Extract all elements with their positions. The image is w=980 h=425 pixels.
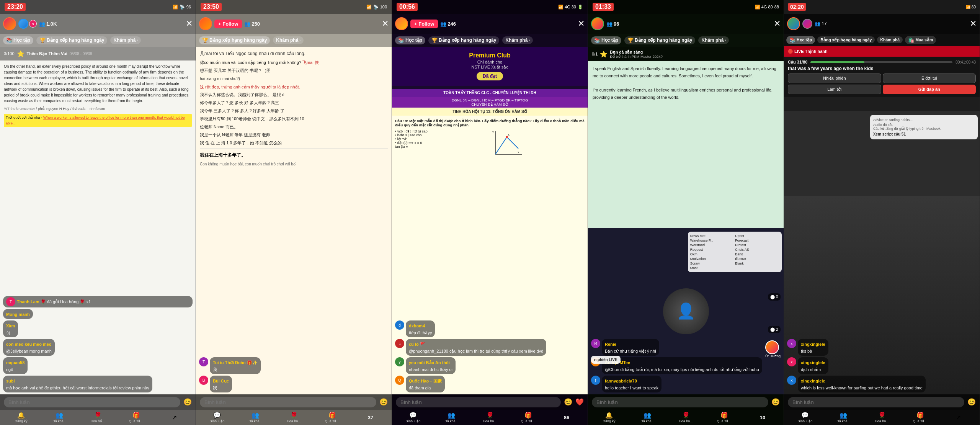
flower-5[interactable]: 🌹 Hoa ho... bbox=[863, 412, 900, 423]
chat-msg-3c: y yeu môi Bảo An thôinhanh mai đi hc thầ… bbox=[395, 357, 585, 374]
math-graph-svg: A x y bbox=[492, 129, 526, 158]
flower-2[interactable]: 🌹 Hoa ho... bbox=[275, 412, 312, 423]
viewer-count-2: 👥 250 bbox=[244, 21, 260, 27]
close-btn-4[interactable]: ✕ bbox=[774, 19, 781, 29]
quiz-panel-5: Câu 31/80 00:41:00:43 that was a few yea… bbox=[784, 57, 980, 97]
chat-msg-4a: R RenieBản cứ như tiếng việt ý nhỉ bbox=[591, 339, 781, 356]
chat-overlay-3: d dxbom4tiếp đi thầyy c cù lò 🚩@phuongan… bbox=[392, 285, 588, 392]
comment-icon-2[interactable]: 💬 Bình luận bbox=[198, 412, 236, 423]
premium-badge[interactable]: Đã đạt bbox=[477, 72, 503, 80]
battery-icon-1: 96 bbox=[186, 5, 191, 9]
chat-overlay-1: T Thanh Lam 🌹 đã gửi Hoa hồng 🌹 x1 Mong … bbox=[0, 285, 196, 392]
gift-btn-1[interactable]: 🎁 Quà Tặ... bbox=[118, 412, 155, 423]
viewer-count-5: 👥 17 bbox=[815, 21, 827, 26]
status-bar-4: 01:33 📶 4G 80 88 bbox=[588, 0, 784, 14]
math-title: TINH HÓA HỘI TỤ 13: TỔNG ÔN HÀM SỐ bbox=[392, 108, 588, 116]
info-bar-5: 🔴 LIVE Thịnh hành bbox=[784, 46, 980, 57]
chat-msg-2b: B Bùi Cục 我 bbox=[199, 376, 389, 392]
bottom-bar-4: 😊 🔔 Đăng ký 👥 Đã khá... 🌹 Hoa ho... 🎁 Qu… bbox=[588, 394, 784, 425]
avatar-5b bbox=[802, 19, 812, 29]
flower-4[interactable]: 🌹 Hoa ho... bbox=[667, 412, 704, 423]
flower-btn-1[interactable]: 🌹 Hoa hồ... bbox=[79, 412, 116, 423]
tab-khampha-5[interactable]: Khám phá bbox=[877, 36, 903, 43]
share-5[interactable]: 👥 Đã khá... bbox=[825, 412, 862, 423]
gift-4[interactable]: 🎁 Quà Tặ... bbox=[706, 412, 743, 423]
highlight-text-1: Trớt quớt cơi thử nha - When a worker is… bbox=[4, 114, 192, 127]
live-notif-4: n phiên LIVE bbox=[591, 356, 621, 364]
subscribe-btn-1[interactable]: 🔔 Đăng ký bbox=[2, 412, 40, 423]
gift-5[interactable]: 🎁 Quà Tặ... bbox=[902, 412, 939, 423]
chat-msg-2a: T Tui iu Thời Đoàn 🎁✨ 我 bbox=[199, 357, 389, 374]
chat-msg-5c: x xingxinglelewhich is less well-known f… bbox=[787, 376, 977, 392]
tab-hoctap-4[interactable]: 📚 Học tập bbox=[591, 36, 621, 44]
tab-bxh-5[interactable]: Bảng xếp hạng hàng ngày bbox=[817, 36, 875, 43]
answer-a[interactable]: Nhiều phiên bbox=[788, 74, 881, 83]
share-arrow-5[interactable]: ↗ bbox=[940, 414, 977, 421]
top-action-bar-3: + Follow 👥 246 ✕ bbox=[392, 14, 588, 34]
tab-hoctap-1[interactable]: 📚 Học tập bbox=[3, 36, 33, 44]
gift-3[interactable]: 🎁 Quà Tặ... bbox=[510, 412, 547, 423]
share-btn-1[interactable]: 👥 Đã khá... bbox=[41, 412, 78, 423]
avatar-name-4: Út Hương bbox=[765, 340, 781, 358]
share-3[interactable]: 👥 Đã khá... bbox=[433, 412, 470, 423]
time-4: 01:33 bbox=[593, 3, 614, 11]
tab-khampha-4[interactable]: Khám phá › bbox=[698, 36, 729, 44]
tab-khampha-1[interactable]: Khám phá › bbox=[110, 36, 141, 44]
share-arrow-1[interactable]: ↗ bbox=[156, 414, 193, 421]
chat-msg-4c: f fannygabriela70hello teacher I want to… bbox=[591, 376, 781, 392]
follow-btn-2[interactable]: + Follow bbox=[214, 20, 242, 28]
comment-btn-3[interactable]: 💬 Bình luận bbox=[394, 412, 432, 423]
answer-b[interactable]: Ê đợi tui bbox=[883, 74, 976, 83]
category-tabs-2: 🏆 Bảng xếp hạng hàng ngày Khám phá › bbox=[196, 34, 392, 47]
viewer-count-4: 👥 96 bbox=[606, 21, 619, 27]
svg-text:x: x bbox=[518, 150, 519, 154]
avatar-5 bbox=[787, 17, 800, 30]
comment-btn-5[interactable]: 💬 Bình luận bbox=[786, 412, 824, 423]
counter-badge-4: ⬤ 0 bbox=[768, 293, 781, 301]
close-btn-3[interactable]: ✕ bbox=[578, 19, 585, 29]
close-btn-2[interactable]: ✕ bbox=[382, 19, 389, 29]
time-5: 02:20 bbox=[788, 3, 806, 11]
tab-bxh-3[interactable]: 🏆 Bảng xếp hạng hàng ngày bbox=[428, 36, 499, 44]
category-tabs-1: 📚 Học tập 🏆 Bảng xếp hạng hàng ngày Khám… bbox=[0, 34, 196, 47]
tab-bxh-4[interactable]: 🏆 Bảng xếp hạng hàng ngày bbox=[624, 36, 695, 44]
close-btn-1[interactable]: ✕ bbox=[186, 19, 193, 29]
panel-2: 23:50 📶 📡 100 + Follow 👥 250 ✕ 🏆 Bảng xế… bbox=[196, 0, 392, 425]
signal-3: 📶 4G 30 bbox=[558, 5, 576, 10]
tab-khampha-2[interactable]: Khám phá › bbox=[273, 36, 304, 44]
share-2[interactable]: 👥 Đã khá... bbox=[237, 412, 274, 423]
comment-input-5[interactable] bbox=[788, 397, 964, 407]
comment-input-1[interactable] bbox=[4, 397, 180, 407]
gift-2[interactable]: 🎁 Quà Tặ... bbox=[314, 412, 351, 423]
people-icon-1: 👥 bbox=[39, 21, 45, 27]
time-2: 23:50 bbox=[201, 3, 222, 11]
comment-input-3[interactable] bbox=[396, 397, 561, 407]
tab-muasam-5[interactable]: 🛍️ Mua sắm bbox=[905, 36, 936, 44]
comment-input-2[interactable] bbox=[200, 397, 376, 407]
avatar-4 bbox=[591, 17, 604, 30]
close-btn-5[interactable]: ✕ bbox=[970, 19, 977, 29]
share-4[interactable]: 👥 Đã khá... bbox=[629, 412, 666, 423]
submit-answer[interactable]: Gửi đáp án bbox=[883, 85, 976, 94]
count-4: 10 bbox=[744, 415, 781, 420]
tab-bxh-2[interactable]: 🏆 Bảng xếp hạng hàng ngày bbox=[199, 36, 270, 44]
comment-input-4[interactable] bbox=[592, 397, 768, 407]
answer-c[interactable]: Làm tới bbox=[788, 85, 881, 94]
comment-row-4: 😊 bbox=[588, 394, 784, 410]
signal-4: 📶 4G 80 bbox=[755, 5, 773, 10]
tab-bxh-1[interactable]: 🏆 Bảng xếp hạng hàng ngày bbox=[36, 36, 107, 44]
battery-3: 🔋 bbox=[578, 5, 583, 10]
tab-khampha-3[interactable]: Khám phá › bbox=[502, 36, 533, 44]
subscribe-4[interactable]: 🔔 Đăng ký bbox=[590, 412, 628, 423]
gift-notif-1: T Thanh Lam 🌹 đã gửi Hoa hồng 🌹 x1 bbox=[3, 296, 193, 307]
chat-overlay-2: T Tui iu Thời Đoàn 🎁✨ 我 B Bùi Cục 我 bbox=[196, 285, 392, 392]
flower-3[interactable]: 🌹 Hoa ho... bbox=[471, 412, 508, 423]
tab-hoctap-3[interactable]: 📚 Học tập bbox=[395, 36, 425, 44]
follow-btn-3[interactable]: + Follow bbox=[410, 20, 438, 28]
premium-title: Premium Club bbox=[397, 52, 582, 59]
bottom-icons-5: 💬 Bình luận 👥 Đã khá... 🌹 Hoa ho... 🎁 Qu… bbox=[784, 410, 980, 425]
avatar-3 bbox=[395, 17, 408, 30]
tab-hoctap-5[interactable]: 📚 Học tập bbox=[786, 36, 815, 44]
top-action-bar-1: N 👥 1.0K ✕ bbox=[0, 14, 196, 34]
battery-4: 88 bbox=[774, 5, 779, 9]
